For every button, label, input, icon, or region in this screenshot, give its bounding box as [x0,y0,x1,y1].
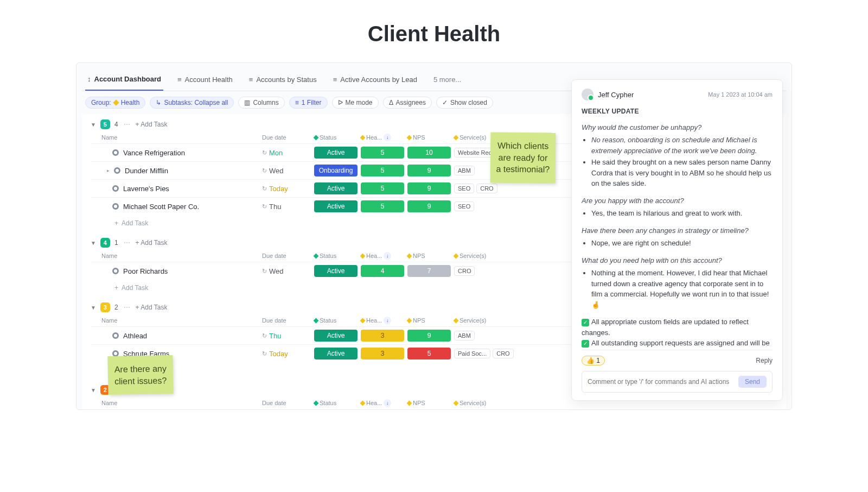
col-nps[interactable]: NPS [407,134,451,141]
nps-chip[interactable]: 7 [407,265,451,277]
group-caret[interactable]: ▼ [91,240,96,246]
assignees-icon: ᐃ [389,99,393,106]
status-chip[interactable]: Active [314,265,358,277]
view-tab[interactable]: ≡Account Health [175,72,235,90]
col-health[interactable]: Hea... ↓ [361,399,404,407]
col-name[interactable]: Name [101,253,259,259]
a2: Yes, the team is hilarious and great to … [591,208,773,219]
filter-label: 1 Filter [302,99,322,106]
service-tag: CRO [454,266,475,276]
reaction-thumbsup[interactable]: 👍 1 [582,356,605,365]
health-chip[interactable]: 5 [361,165,404,176]
tabs-more[interactable]: 5 more... [431,72,463,90]
col-status[interactable]: Status [314,253,358,259]
nps-chip[interactable]: 9 [407,182,451,194]
due-date[interactable]: Today [269,185,288,193]
view-tab[interactable]: ↕︎Account Dashboard [85,72,163,91]
status-dot-icon[interactable] [112,149,119,156]
service-tag: CRO [493,349,513,358]
status-dot-icon[interactable] [112,332,119,339]
due-date[interactable]: Thu [269,203,281,211]
subtasks-pill[interactable]: ↳ Subtasks: Collapse all [150,97,234,109]
status-chip[interactable]: Active [314,182,358,194]
group-caret[interactable]: ▼ [91,387,96,393]
add-task-button[interactable]: + Add Task [136,239,168,247]
view-tab[interactable]: ≡Accounts by Status [247,72,319,90]
filter-pill[interactable]: ≡ 1 Filter [289,97,328,109]
nps-chip[interactable]: 5 [407,348,451,359]
health-chip[interactable]: 5 [361,147,404,159]
group-menu[interactable]: ⋯ [123,239,131,247]
group-count: 1 [114,239,118,247]
col-health[interactable]: Hea... ↓ [361,252,404,260]
status-dot-icon[interactable] [112,268,119,274]
group-caret[interactable]: ▼ [91,122,96,128]
status-dot-icon[interactable] [114,167,120,174]
show-closed-pill[interactable]: ✓ Show closed [436,97,493,109]
group-pill[interactable]: Group: Health [85,97,145,109]
col-nps[interactable]: NPS [407,400,451,406]
due-date[interactable]: Mon [269,149,283,157]
q2: Are you happy with the account? [582,197,684,205]
columns-label: Columns [253,99,278,106]
due-date[interactable]: Wed [269,167,284,175]
col-due[interactable]: Due date [262,253,311,259]
col-health[interactable]: Hea... ↓ [361,134,404,141]
due-date[interactable]: Thu [269,332,281,340]
col-nps[interactable]: NPS [407,317,451,324]
col-health[interactable]: Hea... ↓ [361,317,404,324]
col-due[interactable]: Due date [262,400,311,406]
col-nps[interactable]: NPS [407,253,451,259]
col-name[interactable]: Name [101,134,259,141]
assignees-pill[interactable]: ᐃ Assignees [383,97,432,109]
list-icon: ↕︎ [87,75,91,83]
sort-icon: ↓ [384,399,391,407]
status-chip[interactable]: Onboarding [314,165,358,176]
add-task-button[interactable]: + Add Task [136,304,168,311]
reply-link[interactable]: Reply [756,357,773,364]
task-name: Poor Richards [123,267,168,275]
comment-input[interactable] [588,378,738,386]
status-chip[interactable]: Active [314,348,358,359]
col-status[interactable]: Status [314,400,358,406]
expand-icon[interactable]: ▸ [107,168,110,173]
health-chip[interactable]: 3 [361,330,404,342]
status-dot-icon[interactable] [112,203,119,210]
col-name[interactable]: Name [101,317,259,324]
col-status[interactable]: Status [314,134,358,141]
status-dot-icon[interactable] [112,185,119,192]
status-chip[interactable]: Active [314,330,358,342]
nps-chip[interactable]: 9 [407,165,451,176]
health-chip[interactable]: 5 [361,200,404,212]
col-status[interactable]: Status [314,317,358,324]
sort-icon: ↓ [384,252,391,260]
group-badge: 4 [100,238,110,248]
plus-icon: + [114,219,118,227]
view-tab[interactable]: ≡Active Accounts by Lead [331,72,419,90]
add-task-button[interactable]: + Add Task [136,121,168,128]
group-caret[interactable]: ▼ [91,305,96,311]
health-chip[interactable]: 4 [361,265,404,277]
nps-chip[interactable]: 10 [407,147,451,159]
q4: What do you need help with on this accou… [582,256,722,264]
group-menu[interactable]: ⋯ [123,121,131,128]
health-chip[interactable]: 5 [361,182,404,194]
group-badge: 3 [100,302,110,312]
due-date[interactable]: Wed [269,267,284,275]
send-button[interactable]: Send [738,376,767,388]
status-chip[interactable]: Active [314,200,358,212]
nps-chip[interactable]: 9 [407,330,451,342]
filter-icon: ≡ [295,99,299,106]
col-name[interactable]: Name [101,400,259,406]
check-icon: ✓ [582,340,589,348]
me-mode-pill[interactable]: ᐅ Me mode [332,97,379,109]
nps-chip[interactable]: 9 [407,200,451,212]
columns-pill[interactable]: ▥ Columns [238,97,284,109]
service-tag: CRO [476,184,497,193]
col-due[interactable]: Due date [262,317,311,324]
health-chip[interactable]: 3 [361,348,404,359]
due-date[interactable]: Today [269,350,288,358]
status-chip[interactable]: Active [314,147,358,159]
col-due[interactable]: Due date [262,134,311,141]
group-menu[interactable]: ⋯ [123,304,131,311]
